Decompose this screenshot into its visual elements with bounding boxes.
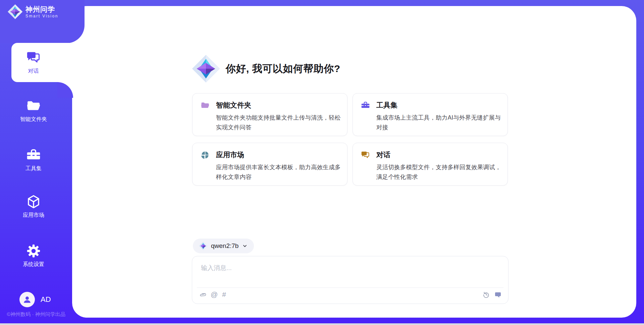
- card-header: 工具集: [361, 101, 500, 110]
- sidebar-item-label: 系统设置: [23, 261, 44, 268]
- feature-card-app-market[interactable]: 应用市场 应用市场提供丰富长文本模板，助力高效生成多样化文章内容: [192, 143, 347, 186]
- mention-icon[interactable]: @: [211, 291, 218, 298]
- greeting-block: 你好, 我可以如何帮助你?: [192, 54, 340, 83]
- card-title: 应用市场: [216, 150, 244, 159]
- feature-card-chat[interactable]: 对话 灵活切换多模型文件，支持多样回复效果调试，满足个性化需求: [353, 143, 508, 186]
- message-input[interactable]: [200, 262, 489, 274]
- composer-divider: [197, 287, 503, 288]
- app-logo-icon: [192, 54, 220, 83]
- paperclip-icon[interactable]: [199, 291, 206, 298]
- brand-name: 神州问学: [25, 5, 58, 13]
- send-icon[interactable]: [491, 268, 501, 278]
- cube-icon: [26, 194, 41, 209]
- chat-icon: [361, 150, 370, 159]
- app-window: 你好, 我可以如何帮助你? 智能文件夹 智能文件夹功能支持批量文件上传与清洗，轻…: [0, 0, 644, 325]
- card-description: 应用市场提供丰富长文本模板，助力高效生成多样化文章内容: [216, 162, 342, 182]
- brand-text: 神州问学 Smart Vision: [25, 4, 58, 19]
- sidebar-item-app-market[interactable]: 应用市场: [0, 194, 67, 219]
- toolbox-icon: [361, 101, 370, 110]
- card-title: 工具集: [376, 101, 397, 110]
- card-title: 智能文件夹: [216, 101, 251, 110]
- card-description: 集成市场上主流工具，助力AI与外界无缝扩展与对接: [376, 113, 502, 132]
- message-composer: @ #: [192, 256, 508, 304]
- model-name: qwen2:7b: [211, 242, 238, 250]
- brand-block: 神州问学 Smart Vision: [0, 0, 85, 43]
- bottom-edge-line: [0, 323, 644, 325]
- brand-logo-icon: [7, 4, 23, 19]
- sidebar-item-label: 智能文件夹: [20, 116, 47, 123]
- grid-market-icon: [201, 150, 210, 159]
- avatar: [19, 292, 35, 307]
- user-label: AD: [41, 295, 51, 304]
- user-profile[interactable]: AD: [19, 292, 51, 307]
- folder-icon: [201, 101, 210, 110]
- feature-cards: 智能文件夹 智能文件夹功能支持批量文件上传与清洗，轻松实现文件问答 工具集 集成…: [192, 93, 508, 186]
- sidebar-footer-text: ©神州数码 · 神州问学出品: [0, 311, 72, 318]
- chevron-down-icon: [242, 243, 248, 249]
- sidebar-item-toolset[interactable]: 工具集: [0, 148, 67, 172]
- feature-card-toolset[interactable]: 工具集 集成市场上主流工具，助力AI与外界无缝扩展与对接: [353, 93, 508, 136]
- model-logo-icon: [199, 242, 208, 250]
- greeting-text: 你好, 我可以如何帮助你?: [226, 62, 340, 76]
- card-header: 应用市场: [201, 150, 340, 159]
- sidebar-item-smart-folder[interactable]: 智能文件夹: [0, 99, 67, 123]
- composer-tools-left: @ #: [199, 291, 226, 298]
- sidebar-item-label: 工具集: [25, 165, 42, 172]
- feature-card-smart-folder[interactable]: 智能文件夹 智能文件夹功能支持批量文件上传与清洗，轻松实现文件问答: [192, 93, 347, 136]
- hash-icon[interactable]: #: [222, 291, 226, 298]
- history-icon[interactable]: [483, 291, 490, 298]
- gear-icon: [26, 244, 41, 258]
- chat-icon: [26, 50, 41, 65]
- card-description: 灵活切换多模型文件，支持多样回复效果调试，满足个性化需求: [376, 162, 502, 182]
- folder-icon: [26, 99, 41, 113]
- sidebar-item-label: 应用市场: [23, 212, 44, 219]
- sidebar-item-label: 对话: [28, 68, 39, 75]
- person-icon: [23, 295, 32, 304]
- comment-icon[interactable]: [494, 291, 501, 298]
- composer-tools-right: [483, 291, 501, 298]
- content-panel: 你好, 我可以如何帮助你? 智能文件夹 智能文件夹功能支持批量文件上传与清洗，轻…: [72, 6, 636, 318]
- toolbox-icon: [26, 148, 41, 162]
- brand-tagline: Smart Vision: [25, 13, 58, 19]
- sidebar-item-chat[interactable]: 对话: [11, 43, 73, 82]
- model-selector[interactable]: qwen2:7b: [193, 239, 254, 253]
- card-header: 智能文件夹: [201, 101, 340, 110]
- card-title: 对话: [376, 150, 390, 159]
- card-header: 对话: [361, 150, 500, 159]
- sidebar-item-settings[interactable]: 系统设置: [0, 244, 67, 268]
- card-description: 智能文件夹功能支持批量文件上传与清洗，轻松实现文件问答: [216, 113, 342, 132]
